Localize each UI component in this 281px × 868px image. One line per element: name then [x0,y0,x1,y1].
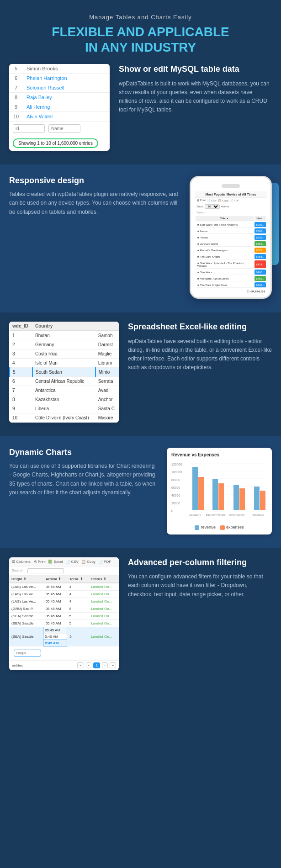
pagination-prev-step[interactable]: ‹ [86,662,92,668]
svg-text:Speakers: Speakers [189,513,201,516]
filter-description: You can configure advanced filters for y… [128,572,272,599]
header-title-applicable: APPLICABLE [148,25,229,39]
filter-toolbar: ☰ Columns 🖨 Print 📗 Excel 📄 CSV 📋 Copy 📄… [9,557,119,566]
phone-table-row: ★ The Dark Knight Rises$448... [196,282,266,288]
filter-pagination: entries « ‹ 1 › » [9,660,119,670]
mysql-table: 5Simon Brooks 6Phelan Harrington 7Solomo… [9,64,110,122]
mysql-table-footer [9,122,110,136]
phone-table-row: ★ Marvel's The Avengers$623... [196,248,266,253]
header-title-flexible: FLEXIBLE AND [52,25,147,39]
table-row-highlighted: 5South SudanMinto [10,368,119,377]
legend-revenue-dot [195,525,199,530]
filter-table-row-selected: (SEA) Seattle 05:45 AM 5:40 AM 5:45 AM 5… [9,627,119,646]
filter-table-row: (SEA) Seattle05:45 AM5Landed On... [9,612,119,619]
legend-expenses-label: expenses [226,525,244,529]
toolbar-excel[interactable]: 📗 Excel [48,560,63,564]
toolbar-print[interactable]: 🖨 Print [33,560,46,564]
svg-text:Blu-Ray Players: Blu-Ray Players [206,513,225,516]
table-row: 9LiberiaSanta C [10,404,119,413]
table-row: 1BhutanSambh [10,331,119,340]
phone-table-row: ★ Titanic$658... [196,235,266,240]
toolbar-copy[interactable]: 📋 Copy [81,560,95,564]
phone-table-row: ★ Star Wars$460... [196,270,266,275]
phone-table-row: ★ Star Wars: The Force Awakens$900... [196,222,266,228]
filter-table: Origin ⬆ Arrival ⬆ Term. ⬆ Status ⬆ (LAS… [9,576,119,646]
svg-text:DVD Players: DVD Players [229,513,244,516]
bar-bluray-revenue [212,479,218,510]
filter-heading: Advanced per-column filtering [128,557,272,568]
mysql-heading: Show or edit MySQL table data [119,64,272,74]
phone-show-select[interactable]: 10 [205,204,220,209]
col-origin: Origin ⬆ [9,576,43,583]
toolbar-pdf[interactable]: 📄 PDF [98,560,111,564]
table-row: 10Côte D'Ivoire (Ivory Coast)Mysore [10,413,119,423]
header-title: FLEXIBLE AND APPLICABLE IN ANY INDUSTRY [18,24,263,55]
excel-table-wrapper: wdc_ID Country 1BhutanSambh 2GermanyDarm… [9,322,119,423]
excel-heading: Spreadsheet Excel-like editing [128,322,272,332]
bar-dvd-expenses [239,488,245,510]
table-row: 10Alvin Wilder [9,112,110,122]
table-row: 8Raja Bailey [9,93,110,102]
filter-search-row: Search: [9,566,119,576]
mysql-section: 5Simon Brooks 6Phelan Harrington 7Solomo… [0,55,281,164]
filter-search-label: Search: [12,568,25,573]
table-row: 9Ali Herring [9,102,110,112]
table-row: 6Central African RepublicSerrata [10,377,119,386]
header-subtitle: Manage Tables and Charts Easily [18,14,263,21]
legend-revenue-label: revenue [201,525,216,529]
toolbar-columns[interactable]: ☰ Columns [12,560,31,564]
excel-section: wdc_ID Country 1BhutanSambh 2GermanyDarm… [0,312,281,436]
responsive-heading: Responsive design [9,176,180,185]
phone-mockup: Most Popular Movies of All Times 🖨 Print… [190,176,272,299]
col-arrival: Arrival ⬆ [43,576,67,583]
filter-table-wrapper: ☰ Columns 🖨 Print 📗 Excel 📄 CSV 📋 Copy 📄… [9,557,119,670]
pagination-prev[interactable]: « [77,662,84,668]
mysql-table-wrapper: 5Simon Brooks 6Phelan Harrington 7Solomo… [9,64,110,151]
filter-entries-text: entries [12,663,23,667]
excel-table: wdc_ID Country 1BhutanSambh 2GermanyDarm… [9,322,119,423]
header-title-industry: IN ANY INDUSTRY [85,40,196,54]
filter-search-input[interactable] [27,568,64,573]
col-status: Status ⬆ [89,576,119,583]
bar-receivers-expenses [260,491,265,510]
mysql-name-input[interactable] [48,124,80,133]
bar-bluray-expenses [218,483,224,510]
chart-title: Revenue vs Expenses [171,452,267,457]
pagination-next[interactable]: » [110,662,116,668]
mysql-showing-entries: Showing 1 to 10 of 1,600,000 entries [13,138,98,148]
table-row: 6Phelan Harrington [9,74,110,83]
pagination-next-step[interactable]: › [102,662,108,668]
responsive-section: Responsive design Tables created with wp… [0,164,281,312]
table-row: 8KazakhstanAnchor [10,395,119,404]
svg-text:100000: 100000 [171,471,182,474]
phone-table-row: ★ Star Wars: Episode I - The Phantom Men… [196,260,266,269]
filter-table-row: (GRU) Sao P...05:45 AM8Landed On... [9,605,119,612]
filter-table-row: (LAS) Las Ve...05:45 AM4Landed On... [9,590,119,598]
charts-heading: Dynamic Charts [9,448,158,457]
col-term: Term. ⬆ [67,576,89,583]
excel-table-header: wdc_ID Country [10,322,119,331]
excel-text-col: Spreadsheet Excel-like editing wpDataTab… [128,322,272,372]
svg-text:40000: 40000 [171,494,180,497]
phone-outer: Most Popular Movies of All Times 🖨 Print… [190,176,272,299]
phone-screen-title: Most Popular Movies of All Times [195,191,267,198]
filter-origin-input[interactable] [14,650,41,656]
legend-expenses-dot [220,525,225,530]
chart-svg: 120000 100000 80000 60000 40000 20000 0 [171,461,267,520]
table-row: 7Solomon Russell [9,83,110,93]
phone-table-row: ★ The Dark Knight$468... [196,254,266,259]
toolbar-csv[interactable]: 📄 CSV [65,560,79,564]
svg-text:60000: 60000 [171,486,180,489]
excel-col-id: wdc_ID [10,322,32,331]
table-row: 4Isle of ManLibram [10,359,119,368]
mysql-id-input[interactable] [13,124,45,133]
phone-total: Σ • $4,624,101 [195,289,267,294]
table-row: 3Costa RicaMaglie [10,349,119,359]
phone-table: Title ▲Lifeti... ★ Star Wars: The Force … [195,215,267,289]
charts-description: You can use one of 3 supported libraries… [9,462,158,497]
pagination-page-1[interactable]: 1 [93,662,100,668]
excel-description: wpDataTables have several built-in editi… [128,337,272,372]
bar-speakers-expenses [198,477,204,510]
phone-table-row: ★ Jurassic World$652... [196,241,266,247]
bar-dvd-revenue [233,485,239,510]
